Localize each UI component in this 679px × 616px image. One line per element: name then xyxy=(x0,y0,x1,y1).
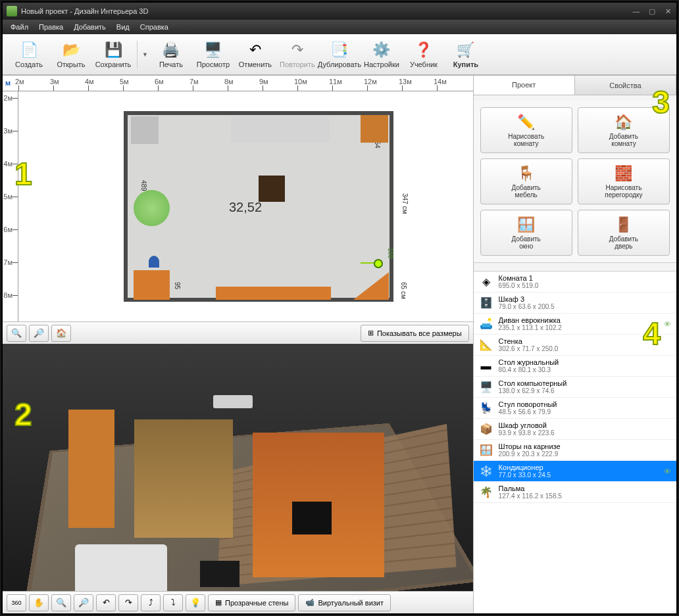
add-door-button[interactable]: 🚪Добавитьдверь xyxy=(578,210,670,256)
save-icon: 💾 xyxy=(103,41,123,59)
virtual-visit-button[interactable]: 📹 Виртуальный визит xyxy=(298,594,391,611)
open-button[interactable]: 📂Открыть xyxy=(50,36,92,73)
view3d-canvas[interactable] xyxy=(3,344,473,591)
rotate-right-button[interactable]: ↷ xyxy=(118,594,138,611)
zoom-out3d-button[interactable]: 🔍 xyxy=(51,594,71,611)
item-icon: ◈ xyxy=(479,275,493,289)
tv xyxy=(292,502,332,534)
save-button[interactable]: 💾Сохранить xyxy=(92,36,134,73)
sidebar-tabs: Проект Свойства xyxy=(474,76,676,95)
menu-Добавить[interactable]: Добавить xyxy=(68,21,111,33)
scene-item[interactable]: 🗄️Шкаф 379.0 x 63.6 x 200.5 xyxy=(474,293,676,314)
menubar: ФайлПравкаДобавитьВидСправка xyxy=(3,20,676,34)
rotate-left-button[interactable]: ↶ xyxy=(96,594,116,611)
couch-top[interactable] xyxy=(231,116,330,143)
menu-Файл[interactable]: Файл xyxy=(5,21,34,33)
titlebar: Новый проект - Дизайн Интерьера 3D — ▢ ✕ xyxy=(3,3,676,20)
view3d-controls: 360 ✋ 🔍 🔎 ↶ ↷ ⤴ ⤵ 💡 ▦ Прозрачные стены 📹… xyxy=(3,591,473,613)
toolbar-dropdown-icon[interactable]: ▼ xyxy=(140,36,150,73)
light-button[interactable]: 💡 xyxy=(186,594,205,611)
buy-button[interactable]: 🛒Купить xyxy=(445,36,487,73)
add-room-icon: 🏠 xyxy=(614,113,634,131)
plant-object[interactable] xyxy=(134,190,170,226)
item-icon: 📐 xyxy=(479,338,493,352)
home-button[interactable]: 🏠 xyxy=(51,325,71,342)
undo-button[interactable]: ↶Отменить xyxy=(234,36,276,73)
furniture[interactable] xyxy=(361,115,388,143)
duplicate-button[interactable]: 📑Дублировать xyxy=(318,36,361,73)
scene-item[interactable]: ◈Комната 1695.0 x 519.0 xyxy=(474,272,676,293)
visibility-icon[interactable]: 👁 xyxy=(664,320,671,328)
visibility-icon[interactable]: 👁 xyxy=(664,467,671,475)
resize-handle[interactable] xyxy=(374,259,383,268)
item-icon: 📦 xyxy=(479,422,493,437)
scene-item[interactable]: ❄️Кондиционер77.0 x 33.0 x 24.5👁 xyxy=(474,461,676,482)
duplicate-icon: 📑 xyxy=(330,41,349,59)
menu-Вид[interactable]: Вид xyxy=(111,21,135,33)
scene-item[interactable]: 🖥️Стол компьютерный138.0 x 62.9 x 74.6 xyxy=(474,377,676,398)
print-icon: 🖨️ xyxy=(161,41,181,59)
open-icon: 📂 xyxy=(61,41,81,59)
room-area-label: 32,52 xyxy=(229,200,262,215)
scene-item[interactable]: 🌴Пальма127.4 x 116.2 x 158.5 xyxy=(474,482,676,503)
maximize-button[interactable]: ▢ xyxy=(647,7,657,16)
item-icon: 💺 xyxy=(479,401,493,415)
tab-project[interactable]: Проект xyxy=(474,76,575,95)
ac-unit xyxy=(213,395,253,408)
draw-wall-button[interactable]: 🧱Нарисоватьперегородку xyxy=(578,158,670,204)
add-door-icon: 🚪 xyxy=(614,216,634,234)
plan-controls: 🔍 🔎 🏠 ⊞ Показывать все размеры xyxy=(3,321,473,344)
show-dimensions-button[interactable]: ⊞ Показывать все размеры xyxy=(361,325,469,342)
settings-icon: ⚙️ xyxy=(372,41,391,59)
add-furn-button[interactable]: 🪑Добавитьмебель xyxy=(480,158,572,204)
sofa[interactable] xyxy=(216,287,331,300)
item-icon: 🖥️ xyxy=(479,380,493,394)
chair[interactable] xyxy=(149,256,159,268)
undo-icon: ↶ xyxy=(245,41,265,59)
desk[interactable] xyxy=(134,270,170,300)
curtains xyxy=(134,419,233,538)
draw-room-button[interactable]: ✏️Нарисоватькомнату xyxy=(480,107,572,153)
tilt-down-button[interactable]: ⤵ xyxy=(163,594,183,611)
project-actions: ✏️Нарисоватькомнату🏠Добавитькомнату🪑Доба… xyxy=(474,101,676,263)
settings-button[interactable]: ⚙️Настройки xyxy=(361,36,403,73)
draw-wall-icon: 🧱 xyxy=(614,164,634,183)
create-button[interactable]: 📄Создать xyxy=(8,36,50,73)
scene-item[interactable]: 🪟Шторы на карнизе200.9 x 20.3 x 222.9 xyxy=(474,440,676,461)
add-window-button[interactable]: 🪟Добавитьокно xyxy=(480,210,572,256)
draw-room-icon: ✏️ xyxy=(516,113,536,131)
zoom-in-button[interactable]: 🔎 xyxy=(29,325,49,342)
window-title: Новый проект - Дизайн Интерьера 3D xyxy=(21,7,632,15)
scene-item[interactable]: ▬Стол журнальный80.4 x 80.1 x 30.3 xyxy=(474,356,676,377)
furniture[interactable] xyxy=(131,116,159,144)
scene-item[interactable]: 💺Стул поворотный48.5 x 56.6 x 79.9 xyxy=(474,398,676,419)
overlay-badge-1: 1 xyxy=(14,156,32,192)
overlay-badge-3: 3 xyxy=(652,84,670,120)
menu-Правка[interactable]: Правка xyxy=(34,21,68,33)
redo-button[interactable]: ↷Повторить xyxy=(276,36,318,73)
rotate360-button[interactable]: 360 xyxy=(7,594,26,611)
scene-item[interactable]: 📦Шкаф угловой93.9 x 93.8 x 223.6 xyxy=(474,419,676,440)
wall-icon: ▦ xyxy=(215,598,222,607)
furniture[interactable] xyxy=(259,176,285,202)
tilt-up-button[interactable]: ⤴ xyxy=(141,594,161,611)
zoom-in3d-button[interactable]: 🔎 xyxy=(74,594,93,611)
menu-Справка[interactable]: Справка xyxy=(135,21,174,33)
print-button[interactable]: 🖨️Печать xyxy=(150,36,192,73)
add-furn-icon: 🪑 xyxy=(516,164,536,183)
floorplan-canvas[interactable]: 32,52 582 347 см 154 665 489 95 159 65 с… xyxy=(18,91,473,321)
item-icon: ❄️ xyxy=(479,464,493,479)
minimize-button[interactable]: — xyxy=(632,7,641,16)
toolbar: 📄Создать📂Открыть💾Сохранить▼🖨️Печать🖥️Про… xyxy=(3,34,676,75)
transparent-walls-button[interactable]: ▦ Прозрачные стены xyxy=(208,594,295,611)
pan-button[interactable]: ✋ xyxy=(29,594,49,611)
close-button[interactable]: ✕ xyxy=(663,7,672,16)
preview-button[interactable]: 🖥️Просмотр xyxy=(192,36,234,73)
app-icon xyxy=(7,6,17,16)
help-button[interactable]: ❓Учебник xyxy=(403,36,445,73)
zoom-out-button[interactable]: 🔍 xyxy=(7,325,26,342)
preview-icon: 🖥️ xyxy=(203,41,223,59)
camera-icon: 📹 xyxy=(305,598,314,607)
item-icon: 🪟 xyxy=(479,443,493,458)
overlay-badge-4: 4 xyxy=(643,316,661,352)
